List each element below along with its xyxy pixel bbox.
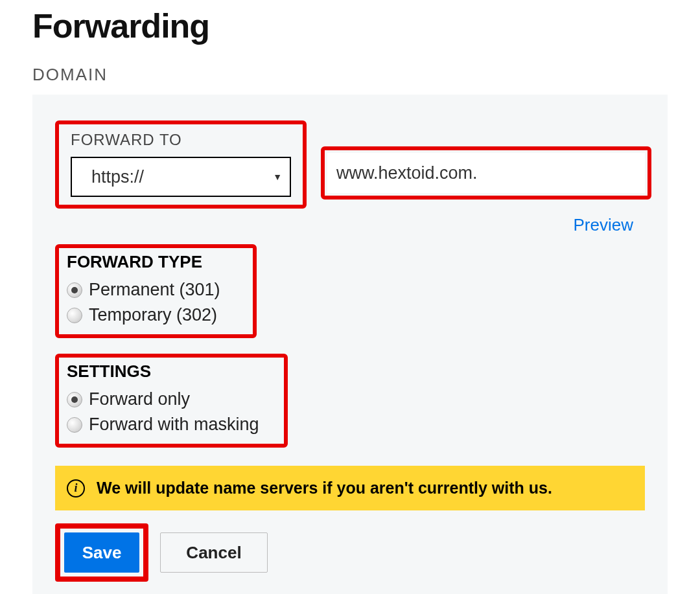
radio-label: Forward with masking: [89, 415, 259, 435]
page-title: Forwarding: [32, 6, 668, 45]
cancel-button[interactable]: Cancel: [160, 532, 268, 573]
forwarding-panel: FORWARD TO https:// ▼ Preview FORWARD TY…: [32, 95, 668, 594]
save-highlight: Save: [55, 523, 148, 582]
radio-label: Temporary (302): [89, 305, 217, 325]
radio-icon: [67, 392, 82, 407]
forward-to-section: FORWARD TO https:// ▼: [55, 120, 307, 209]
info-icon: i: [67, 479, 85, 497]
radio-icon: [67, 282, 82, 298]
save-button[interactable]: Save: [64, 532, 139, 573]
forward-url-input[interactable]: [327, 153, 645, 193]
forward-url-section: [321, 146, 651, 200]
settings-label: SETTINGS: [67, 361, 259, 382]
preview-link[interactable]: Preview: [574, 215, 633, 234]
radio-icon: [67, 417, 82, 433]
forward-type-label: FORWARD TYPE: [67, 252, 220, 272]
settings-forward-only[interactable]: Forward only: [67, 389, 259, 409]
radio-label: Permanent (301): [89, 280, 220, 300]
forward-type-section: FORWARD TYPE Permanent (301) Temporary (…: [55, 244, 257, 338]
forward-to-label: FORWARD TO: [71, 131, 291, 149]
radio-label: Forward only: [89, 389, 190, 409]
protocol-value: https://: [91, 167, 144, 187]
settings-section: SETTINGS Forward only Forward with maski…: [55, 354, 288, 448]
forward-type-permanent[interactable]: Permanent (301): [67, 280, 220, 300]
info-banner: i We will update name servers if you are…: [55, 466, 645, 510]
banner-text: We will update name servers if you aren'…: [97, 479, 552, 497]
forward-type-temporary[interactable]: Temporary (302): [67, 305, 220, 325]
chevron-down-icon: ▼: [273, 172, 282, 182]
settings-forward-masking[interactable]: Forward with masking: [67, 415, 259, 435]
radio-icon: [67, 308, 82, 323]
protocol-select[interactable]: https:// ▼: [71, 157, 291, 197]
domain-label: DOMAIN: [32, 65, 668, 85]
